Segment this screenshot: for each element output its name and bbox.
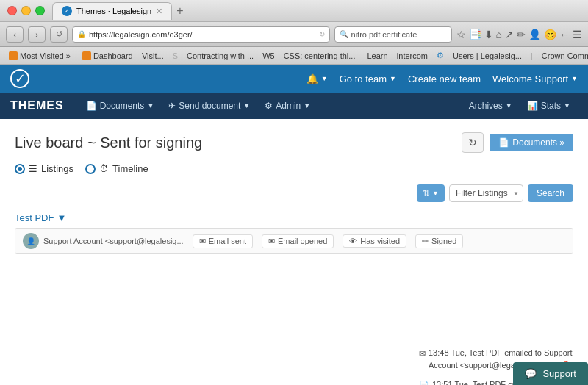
arrow-icon[interactable]: ↗ xyxy=(505,29,514,40)
bookmark-label: W5 xyxy=(262,51,275,60)
bookmark-dashboard[interactable]: Dashboard – Visit... xyxy=(79,51,167,60)
bookmarks-bar: Most Visited » Dashboard – Visit... S Co… xyxy=(0,47,588,65)
admin-icon: ⚙ xyxy=(265,101,273,111)
logo-symbol: ✓ xyxy=(15,71,26,87)
bookmark-learn[interactable]: Learn – intercom xyxy=(364,51,431,60)
menu-icon[interactable]: ☰ xyxy=(573,29,582,40)
radio-circle-timeline xyxy=(85,164,96,174)
close-button[interactable] xyxy=(7,6,17,15)
browser-titlebar: ✓ Themes · Legalesign ✕ + xyxy=(0,0,588,22)
bookmark-label: CSS: centering thi... xyxy=(284,51,356,60)
go-to-team-link[interactable]: Go to team ▼ xyxy=(340,73,396,84)
bookmark-crown[interactable]: Crown Commerci... xyxy=(539,51,588,60)
welcome-label: Welcome Support xyxy=(492,73,568,84)
page-title: Live board ~ Sent for signing xyxy=(15,134,202,151)
bookmark-users[interactable]: Users | Legalesig... xyxy=(450,51,525,60)
nav-send-document[interactable]: ✈ Send document ▼ xyxy=(161,93,257,119)
welcome-support-link[interactable]: Welcome Support ▼ xyxy=(492,73,578,84)
stats-label: Stats xyxy=(541,101,561,111)
nav-archives[interactable]: Archives ▼ xyxy=(462,93,520,119)
signed-status: ✏ Signed xyxy=(415,234,463,248)
timeline-icon: ⏱ xyxy=(99,163,109,174)
timeline-radio[interactable]: ⏱ Timeline xyxy=(85,163,148,174)
email-opened-status: ✉ Email opened xyxy=(262,234,334,248)
browser-search-bar[interactable]: 🔍 nitro pdf certificate xyxy=(334,26,452,43)
left-arrow-icon[interactable]: ← xyxy=(559,29,570,40)
window-controls xyxy=(7,6,45,15)
user-icon[interactable]: 👤 xyxy=(528,29,541,40)
nav-right: Archives ▼ 📊 Stats ▼ xyxy=(462,93,578,119)
doc-section-title[interactable]: Test PDF ▼ xyxy=(15,212,573,223)
bookmark-icon[interactable]: 📑 xyxy=(469,29,481,40)
listings-radio[interactable]: ☰ Listings xyxy=(15,163,74,174)
support-label: Support xyxy=(542,368,576,379)
admin-arrow: ▼ xyxy=(304,102,310,109)
page-actions: ↻ 📄 Documents » xyxy=(462,132,573,153)
timeline-label: Timeline xyxy=(112,163,148,174)
bell-arrow: ▼ xyxy=(321,75,328,82)
avatar: 👤 xyxy=(23,233,39,249)
bookmark-label: Learn – intercom xyxy=(367,51,428,60)
refresh-button[interactable]: ↻ xyxy=(462,132,484,153)
bookmark-label: Users | Legalesig... xyxy=(453,51,522,60)
refresh-button[interactable]: ↺ xyxy=(50,26,68,43)
archives-label: Archives xyxy=(469,101,503,111)
app-header: ✓ 🔔 ▼ Go to team ▼ Create new team Welco… xyxy=(0,65,588,93)
bookmark-most-visited[interactable]: Most Visited » xyxy=(6,51,74,60)
bookmark-contracting[interactable]: Contracting with ... xyxy=(184,51,257,60)
stats-arrow: ▼ xyxy=(564,102,570,109)
filter-select[interactable]: Filter Listings xyxy=(449,184,523,202)
document-section: Test PDF ▼ 👤 Support Account <support@le… xyxy=(15,212,573,254)
emoji-icon[interactable]: 😊 xyxy=(544,29,556,40)
email-sent-icon: ✉ xyxy=(199,237,206,246)
recipient-text: Support Account <support@legalesig... xyxy=(43,237,184,245)
address-bar[interactable]: 🔒 https://legalesign.com/e3ger/ ↻ xyxy=(72,26,330,43)
bookmark-css[interactable]: CSS: centering thi... xyxy=(281,51,359,60)
new-tab-button[interactable]: + xyxy=(176,4,183,18)
doc-arrow-icon: ▼ xyxy=(57,212,66,223)
radio-dot xyxy=(18,167,22,171)
separator: S xyxy=(173,51,178,60)
listings-icon: ☰ xyxy=(29,163,37,174)
star-icon[interactable]: ☆ xyxy=(456,29,466,40)
email-opened-label: Email opened xyxy=(278,237,327,245)
radio-circle-listings xyxy=(15,164,25,174)
nav-documents[interactable]: 📄 Documents ▼ xyxy=(79,93,162,119)
has-visited-status: 👁 Has visited xyxy=(343,234,406,248)
bookmark-label: Crown Commerci... xyxy=(542,51,588,60)
app-brand: THEMES xyxy=(10,99,64,112)
forward-button[interactable]: › xyxy=(28,26,46,43)
sort-button[interactable]: ⇅ ▼ xyxy=(417,184,445,202)
create-team-link[interactable]: Create new team xyxy=(408,73,481,84)
tab-close-icon[interactable]: ✕ xyxy=(156,7,162,16)
edit-icon[interactable]: ✏ xyxy=(517,29,526,40)
tab-favicon: ✓ xyxy=(62,6,72,16)
stats-icon: 📊 xyxy=(527,101,538,111)
documents-arrow: ▼ xyxy=(147,102,154,109)
search-button[interactable]: Search xyxy=(528,184,573,202)
bookmark-label: Contracting with ... xyxy=(187,51,254,60)
minimize-button[interactable] xyxy=(21,6,31,15)
bell-icon: 🔔 xyxy=(306,73,318,84)
download-icon[interactable]: ⬇ xyxy=(484,29,493,40)
back-button[interactable]: ‹ xyxy=(6,26,24,43)
documents-button[interactable]: 📄 Documents » xyxy=(490,134,573,151)
avatar-icon: 👤 xyxy=(26,237,35,245)
tab-title: Themes · Legalesign xyxy=(76,7,151,15)
nav-stats[interactable]: 📊 Stats ▼ xyxy=(520,93,578,119)
lock-icon: 🔒 xyxy=(77,30,86,38)
nav-admin[interactable]: ⚙ Admin ▼ xyxy=(257,93,318,119)
support-button[interactable]: 💬 Support xyxy=(513,362,588,385)
bookmark-label: Dashboard – Visit... xyxy=(93,51,164,60)
email-activity-icon: ✉ xyxy=(419,348,426,371)
url-text: https://legalesign.com/e3ger/ xyxy=(89,30,193,39)
browser-tab[interactable]: ✓ Themes · Legalesign ✕ xyxy=(52,2,172,20)
bell-nav-item[interactable]: 🔔 ▼ xyxy=(306,73,328,84)
home-icon[interactable]: ⌂ xyxy=(496,29,502,40)
go-to-team-arrow: ▼ xyxy=(390,75,396,82)
sort-arrow: ▼ xyxy=(432,190,439,197)
search-text: nitro pdf certificate xyxy=(351,30,417,39)
documents-btn-label: Documents » xyxy=(512,137,564,148)
maximize-button[interactable] xyxy=(35,6,45,15)
listings-label: Listings xyxy=(41,163,74,174)
